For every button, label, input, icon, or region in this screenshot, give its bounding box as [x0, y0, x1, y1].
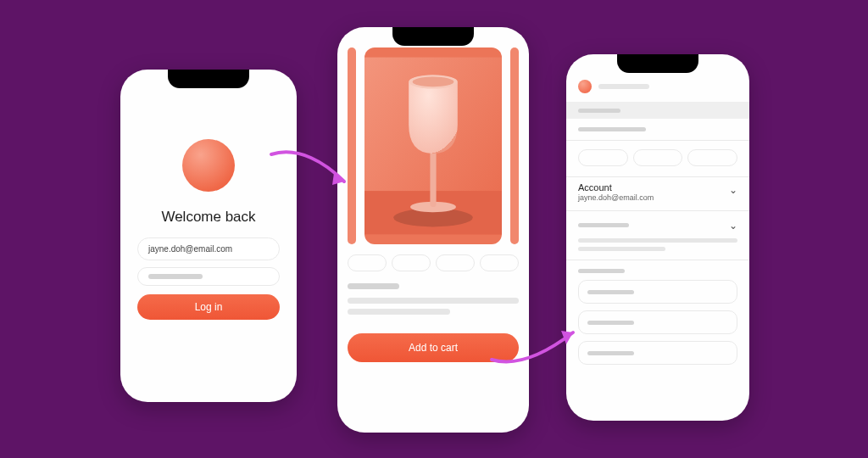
- chevron-down-icon: ⌄: [729, 220, 737, 232]
- device-notch: [617, 54, 698, 73]
- list-item-label-placeholder: [587, 321, 634, 325]
- divider: [566, 140, 749, 141]
- product-title-placeholder: [348, 283, 399, 289]
- divider: [566, 260, 749, 260]
- goblet-icon: [364, 47, 502, 244]
- product-screen: Add to cart: [337, 27, 529, 433]
- password-field[interactable]: [137, 267, 280, 286]
- settings-row[interactable]: ⌄: [578, 211, 737, 238]
- product-carousel[interactable]: [348, 47, 519, 244]
- row-desc-placeholder: [578, 247, 665, 251]
- variant-chip-row: [348, 254, 519, 271]
- carousel-prev-peek[interactable]: [348, 47, 356, 244]
- row-placeholder: [578, 127, 646, 131]
- list-item-label-placeholder: [587, 351, 634, 355]
- settings-screen: Account jayne.doh@email.com ⌄ ⌄: [566, 54, 749, 421]
- add-to-cart-button[interactable]: Add to cart: [348, 333, 519, 362]
- avatar-icon: [578, 80, 592, 93]
- account-email: jayne.doh@email.com: [578, 193, 654, 202]
- list-item[interactable]: [578, 341, 737, 365]
- list-item[interactable]: [578, 280, 737, 304]
- row-desc-placeholder: [578, 238, 737, 243]
- chevron-down-icon: ⌄: [729, 184, 737, 196]
- device-notch: [168, 70, 249, 88]
- variant-chip[interactable]: [348, 254, 387, 271]
- login-screen: Welcome back jayne.doh@email.com Log in: [120, 70, 297, 402]
- login-button[interactable]: Log in: [137, 294, 280, 320]
- device-notch: [392, 27, 474, 46]
- filter-pill[interactable]: [578, 149, 628, 166]
- variant-chip[interactable]: [392, 254, 431, 271]
- filter-pill-row: [578, 149, 737, 166]
- variant-chip[interactable]: [436, 254, 475, 271]
- list-heading-placeholder: [578, 269, 625, 273]
- header-title-placeholder: [598, 84, 649, 89]
- account-label: Account: [578, 182, 654, 193]
- filter-pill[interactable]: [687, 149, 737, 166]
- avatar-icon: [182, 139, 235, 192]
- settings-header: [578, 80, 737, 93]
- account-row[interactable]: Account jayne.doh@email.com ⌄: [578, 177, 737, 210]
- variant-chip[interactable]: [480, 254, 519, 271]
- svg-rect-4: [430, 149, 436, 207]
- list-item-label-placeholder: [587, 290, 634, 294]
- list-item[interactable]: [578, 310, 737, 334]
- product-desc-placeholder: [348, 309, 450, 315]
- section-header: [566, 102, 749, 119]
- carousel-next-peek[interactable]: [510, 47, 519, 244]
- filter-pill[interactable]: [633, 149, 683, 166]
- email-field[interactable]: jayne.doh@email.com: [137, 237, 280, 260]
- product-image[interactable]: [364, 47, 502, 244]
- section-label-placeholder: [578, 109, 620, 113]
- product-desc-placeholder: [348, 298, 519, 304]
- svg-point-6: [413, 77, 454, 87]
- welcome-title: Welcome back: [161, 209, 255, 226]
- row-label-placeholder: [578, 223, 629, 227]
